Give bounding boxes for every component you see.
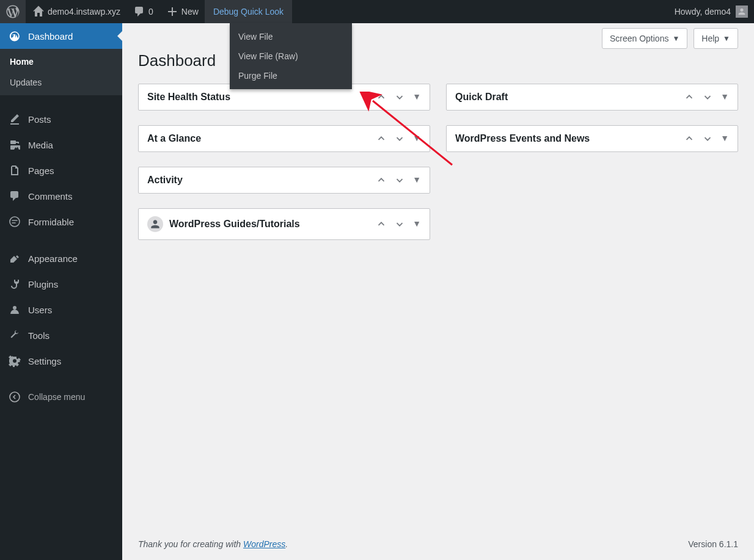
help-button[interactable]: Help ▼ (694, 28, 738, 49)
main-content: Screen Options ▼ Help ▼ Dashboard Site H… (122, 23, 754, 560)
widget-at-a-glance: At a Glance ▼ (138, 125, 430, 152)
screen-options-button[interactable]: Screen Options ▼ (602, 28, 687, 49)
sidebar-label: Formidable (28, 217, 74, 227)
sidebar-label: Media (28, 140, 53, 150)
avatar-icon (736, 5, 748, 18)
site-name-label: demo4.instawp.xyz (48, 7, 120, 16)
move-down-icon[interactable] (394, 133, 405, 144)
move-up-icon[interactable] (376, 92, 387, 103)
widget-handle-actions: ▼ (376, 133, 421, 144)
move-up-icon[interactable] (684, 133, 695, 144)
move-down-icon[interactable] (394, 219, 405, 230)
svg-point-1 (10, 392, 20, 402)
toggle-icon[interactable]: ▼ (412, 219, 421, 230)
footer-thanks: Thank you for creating with WordPress. (138, 539, 288, 549)
widget-handle-actions: ▼ (376, 219, 421, 230)
widget-events-news: WordPress Events and News ▼ (446, 125, 738, 152)
toggle-icon[interactable]: ▼ (412, 133, 421, 144)
dashboard-submenu: Home Updates (0, 49, 122, 95)
plugins-icon (7, 278, 22, 290)
sidebar-label: Settings (28, 356, 61, 366)
submenu-updates[interactable]: Updates (0, 72, 122, 93)
move-down-icon[interactable] (702, 92, 713, 103)
wordpress-logo-icon (6, 5, 20, 18)
my-account-menu[interactable]: Howdy, demo4 (668, 0, 754, 23)
widget-handle-actions: ▼ (684, 133, 729, 144)
dashboard-widgets: Site Health Status ▼ At a Glance (138, 84, 738, 240)
svg-point-0 (10, 217, 20, 227)
move-down-icon[interactable] (394, 175, 405, 186)
media-icon (7, 139, 22, 151)
admin-menu: Dashboard Home Updates Posts Media Pages… (0, 23, 122, 560)
debug-quick-look-menu[interactable]: Debug Quick Look (205, 0, 292, 23)
posts-icon (7, 113, 22, 125)
sidebar-item-dashboard[interactable]: Dashboard (0, 23, 122, 49)
site-name-menu[interactable]: demo4.instawp.xyz (26, 0, 126, 23)
widgets-right-column: Quick Draft ▼ WordPress Events and News (446, 84, 738, 240)
widgets-left-column: Site Health Status ▼ At a Glance (138, 84, 430, 240)
wp-logo-menu[interactable] (0, 0, 26, 23)
sidebar-item-media[interactable]: Media (0, 132, 122, 158)
sidebar-item-pages[interactable]: Pages (0, 158, 122, 183)
move-up-icon[interactable] (376, 175, 387, 186)
sidebar-label: Dashboard (28, 31, 73, 42)
sidebar-label: Posts (28, 114, 51, 125)
sidebar-item-comments[interactable]: Comments (0, 183, 122, 209)
sidebar-item-formidable[interactable]: Formidable (0, 209, 122, 235)
pages-icon (7, 164, 22, 176)
submenu-purge-file[interactable]: Purge File (230, 66, 352, 85)
widget-title: Site Health Status (147, 92, 376, 103)
collapse-menu-button[interactable]: Collapse menu (0, 385, 122, 409)
caret-down-icon: ▼ (723, 34, 730, 43)
howdy-label: Howdy, demo4 (675, 7, 731, 16)
home-icon (32, 5, 45, 18)
sidebar-label: Pages (28, 165, 54, 176)
widget-title: WordPress Events and News (455, 133, 684, 144)
new-label: New (181, 7, 199, 16)
toggle-icon[interactable]: ▼ (720, 133, 729, 144)
move-up-icon[interactable] (376, 133, 387, 144)
caret-down-icon: ▼ (672, 34, 679, 43)
sidebar-label: Appearance (28, 253, 78, 264)
sidebar-item-users[interactable]: Users (0, 297, 122, 322)
page-title: Dashboard (138, 51, 738, 70)
submenu-view-file-raw[interactable]: View File (Raw) (230, 46, 352, 66)
sidebar-item-plugins[interactable]: Plugins (0, 271, 122, 297)
widget-title: Activity (147, 175, 376, 186)
sidebar-item-posts[interactable]: Posts (0, 106, 122, 132)
sidebar-item-settings[interactable]: Settings (0, 348, 122, 374)
comments-menu[interactable]: 0 (126, 0, 159, 23)
widget-handle-actions: ▼ (684, 92, 729, 103)
formidable-icon (7, 216, 22, 228)
footer-wp-link[interactable]: WordPress (243, 539, 285, 549)
new-content-menu[interactable]: New (159, 0, 205, 23)
comments-icon (7, 190, 22, 202)
submenu-view-file[interactable]: View File (230, 27, 352, 46)
collapse-label: Collapse menu (28, 392, 85, 402)
appearance-icon (7, 252, 22, 264)
sidebar-label: Users (28, 305, 52, 315)
move-up-icon[interactable] (376, 219, 387, 230)
move-down-icon[interactable] (702, 133, 713, 144)
debug-submenu: View File View File (Raw) Purge File (230, 23, 352, 89)
widget-handle-actions: ▼ (376, 175, 421, 186)
sidebar-item-appearance[interactable]: Appearance (0, 245, 122, 271)
sidebar-label: Tools (28, 330, 49, 341)
move-down-icon[interactable] (394, 92, 405, 103)
widget-title: WordPress Guides/Tutorials (169, 219, 376, 230)
tutorial-avatar-icon (147, 216, 163, 232)
toggle-icon[interactable]: ▼ (412, 175, 421, 186)
widget-tutorials: WordPress Guides/Tutorials ▼ (138, 208, 430, 240)
toggle-icon[interactable]: ▼ (720, 92, 729, 103)
comment-count: 0 (148, 7, 153, 16)
tools-icon (7, 329, 22, 341)
screen-options-label: Screen Options (610, 34, 669, 43)
sidebar-item-tools[interactable]: Tools (0, 322, 122, 348)
widget-activity: Activity ▼ (138, 167, 430, 194)
toggle-icon[interactable]: ▼ (412, 92, 421, 103)
submenu-home[interactable]: Home (0, 51, 122, 72)
help-label: Help (701, 34, 719, 43)
comment-icon (133, 5, 146, 18)
move-up-icon[interactable] (684, 92, 695, 103)
dashboard-icon (7, 30, 22, 42)
